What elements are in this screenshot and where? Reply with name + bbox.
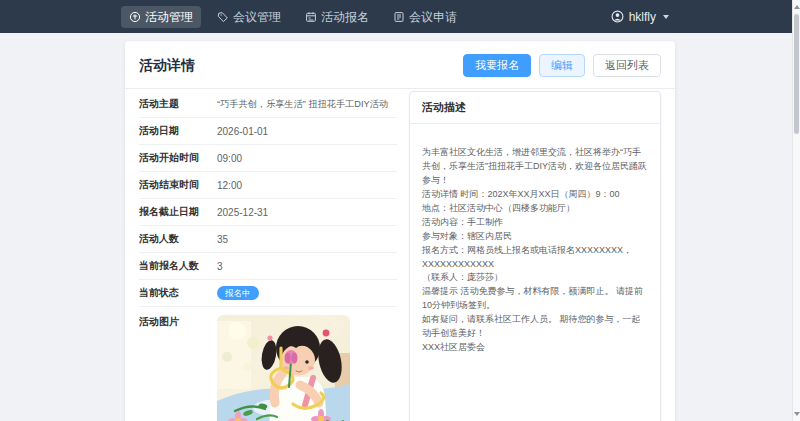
- nav-item-activity-signup[interactable]: 活动报名: [297, 6, 377, 28]
- detail-row-status: 当前状态 报名中: [139, 280, 397, 307]
- detail-row-theme: 活动主题 “巧手共创，乐享生活” 扭扭花手工DIY活动: [139, 91, 397, 118]
- detail-row-deadline: 报名截止日期 2025-12-31: [139, 199, 397, 226]
- nav-item-label: 活动报名: [321, 11, 369, 23]
- avatar-icon: [611, 10, 624, 23]
- detail-value: 35: [217, 234, 228, 245]
- detail-row-end-time: 活动结束时间 12:00: [139, 172, 397, 199]
- detail-row-image: 活动图片: [139, 307, 397, 421]
- detail-label: 活动人数: [139, 232, 217, 246]
- activity-description-card: 活动描述 为丰富社区文化生活，增进邻里交流，社区将举办“巧手共创，乐享生活”扭扭…: [409, 91, 661, 421]
- detail-value: [217, 315, 350, 421]
- meeting-apply-icon: [393, 11, 405, 23]
- activity-management-icon: [129, 11, 141, 23]
- activity-detail-card: 活动详情 我要报名 编辑 返回列表 活动主题 “巧手共创，乐享生活” 扭扭花手工…: [125, 41, 675, 421]
- detail-value: 2025-12-31: [217, 207, 268, 218]
- page-title: 活动详情: [139, 57, 195, 75]
- description-body: 为丰富社区文化生活，增进邻里交流，社区将举办“巧手共创，乐享生活”扭扭花手工DI…: [410, 124, 660, 367]
- detail-value: “巧手共创，乐享生活” 扭扭花手工DIY活动: [217, 98, 388, 111]
- detail-value: 12:00: [217, 180, 242, 191]
- detail-label: 活动结束时间: [139, 178, 217, 192]
- chevron-down-icon: [663, 15, 669, 19]
- signup-button[interactable]: 我要报名: [463, 54, 531, 77]
- nav-item-activity-management[interactable]: 活动管理: [121, 6, 201, 28]
- nav-item-meeting-apply[interactable]: 会议申请: [385, 6, 465, 28]
- detail-value: 报名中: [217, 286, 259, 300]
- edit-button[interactable]: 编辑: [539, 54, 585, 77]
- navbar-menu: 活动管理 会议管理 活动报名: [121, 6, 465, 28]
- detail-value: 2026-01-01: [217, 126, 268, 137]
- nav-item-label: 会议申请: [409, 11, 457, 23]
- detail-label: 报名截止日期: [139, 205, 217, 219]
- meeting-management-icon: [217, 11, 229, 23]
- detail-value: 3: [217, 261, 223, 272]
- back-to-list-button[interactable]: 返回列表: [593, 54, 661, 77]
- detail-label: 当前报名人数: [139, 259, 217, 273]
- user-dropdown[interactable]: hklfly: [609, 6, 671, 28]
- detail-label: 活动开始时间: [139, 151, 217, 165]
- detail-label: 活动主题: [139, 97, 217, 111]
- activity-details-list: 活动主题 “巧手共创，乐享生活” 扭扭花手工DIY活动 活动日期 2026-01…: [139, 91, 397, 421]
- nav-item-label: 活动管理: [145, 11, 193, 23]
- card-content: 活动主题 “巧手共创，乐享生活” 扭扭花手工DIY活动 活动日期 2026-01…: [139, 91, 661, 421]
- scrollbar-down-arrow-icon[interactable]: [794, 412, 800, 416]
- scrollbar-up-arrow-icon[interactable]: [794, 5, 800, 9]
- window-scrollbar[interactable]: [792, 0, 800, 421]
- activity-signup-icon: [305, 11, 317, 23]
- description-title: 活动描述: [410, 92, 660, 124]
- detail-row-start-time: 活动开始时间 09:00: [139, 145, 397, 172]
- scrollbar-thumb[interactable]: [794, 14, 799, 134]
- detail-row-date: 活动日期 2026-01-01: [139, 118, 397, 145]
- nav-item-meeting-management[interactable]: 会议管理: [209, 6, 289, 28]
- nav-item-label: 会议管理: [233, 11, 281, 23]
- detail-value: 09:00: [217, 153, 242, 164]
- username: hklfly: [629, 10, 656, 24]
- top-navbar: 活动管理 会议管理 活动报名: [0, 0, 800, 33]
- card-header: 活动详情 我要报名 编辑 返回列表: [125, 52, 675, 89]
- status-badge: 报名中: [217, 286, 259, 300]
- detail-row-enrolled-count: 当前报名人数 3: [139, 253, 397, 280]
- activity-image[interactable]: [217, 315, 350, 421]
- detail-label: 活动图片: [139, 315, 217, 329]
- navbar-container: 活动管理 会议管理 活动报名: [121, 6, 671, 28]
- detail-label: 当前状态: [139, 286, 217, 300]
- header-actions: 我要报名 编辑 返回列表: [463, 54, 661, 77]
- detail-row-capacity: 活动人数 35: [139, 226, 397, 253]
- detail-label: 活动日期: [139, 124, 217, 138]
